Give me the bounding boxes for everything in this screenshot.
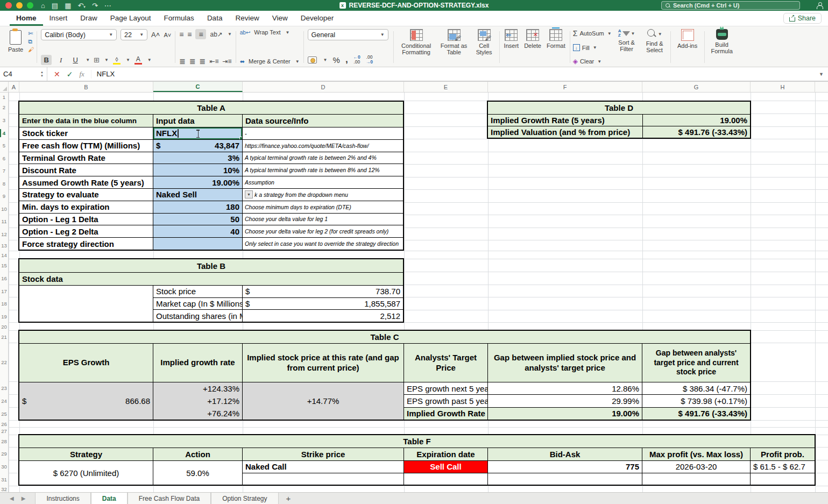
cell-C30-action[interactable]: Sell Call [404, 461, 487, 473]
font-name-select[interactable]: Calibri (Body)▼ [41, 29, 117, 40]
cell-G23-25[interactable]: +14.77% [243, 382, 404, 420]
column-header-C[interactable]: C [153, 82, 243, 92]
prev-sheet-icon[interactable]: ◀ [10, 495, 14, 501]
name-box[interactable]: C4 ▲▼ [0, 67, 47, 81]
cell-C24[interactable]: 29.99% [488, 395, 642, 407]
column-header-D[interactable]: D [243, 82, 404, 92]
cell-D12[interactable]: Choose your delta value for leg 2 (for c… [243, 225, 403, 237]
font-color-icon[interactable]: A [134, 56, 143, 65]
fill-color-icon[interactable]: ⬨ [112, 56, 121, 65]
cell-C17[interactable]: $738.70 [243, 286, 403, 297]
row-header-5[interactable]: 5 [0, 143, 8, 148]
cell-C6[interactable]: 3% [153, 152, 242, 164]
cell-D25[interactable]: $ 491.76 (-33.43%) [642, 408, 750, 420]
autosave-icon[interactable]: ▦ [65, 2, 71, 10]
home-icon[interactable]: ⌂ [41, 2, 45, 10]
ribbon-tab-insert[interactable]: Insert [43, 11, 74, 26]
font-size-select[interactable]: 22▼ [121, 29, 147, 40]
clear-button[interactable]: ◈ Clear▼ [573, 58, 612, 65]
row-header-8[interactable]: 8 [0, 181, 8, 187]
cell-B31[interactable] [243, 473, 404, 485]
add-sheet-button[interactable]: + [279, 493, 299, 504]
column-header-H[interactable]: H [751, 82, 815, 92]
cell-B5[interactable]: Free cash flow (TTM) (Millions) [19, 140, 153, 152]
align-middle-icon[interactable]: ≡ [187, 31, 192, 38]
row-header-19[interactable]: 19 [0, 314, 8, 320]
row-header-13[interactable]: 13 [0, 243, 8, 249]
window-controls[interactable] [5, 2, 33, 9]
row-header-24[interactable]: 24 [0, 398, 8, 404]
cell-D31[interactable] [488, 473, 642, 485]
cell-B19[interactable]: Outstanding shares (in Millions) [153, 310, 242, 322]
row-header-16[interactable]: 16 [0, 275, 8, 281]
cell-B9[interactable]: Strategy to evaluate [19, 189, 153, 201]
cell-C10[interactable]: 180 [153, 201, 242, 213]
cell-B11[interactable]: Option - Leg 1 Delta [19, 214, 153, 225]
ribbon-tab-home[interactable]: Home [10, 11, 43, 26]
account-icon[interactable] [816, 2, 823, 9]
sheet-tab-instructions[interactable]: Instructions [35, 493, 90, 504]
delete-cells-button[interactable]: Delete [521, 29, 544, 66]
cell-F4[interactable]: Implied Valuation (and % from price) [488, 126, 642, 138]
cell-C9[interactable]: Naked Sell [153, 189, 242, 201]
add-ins-button[interactable]: Add-ins [673, 29, 703, 66]
cell-B7[interactable]: Discount Rate [19, 164, 153, 176]
cancel-entry-icon[interactable]: ✕ [54, 70, 60, 79]
cell-C12[interactable]: 40 [153, 225, 242, 237]
cell-H30-31[interactable]: 59.0% [153, 461, 242, 485]
row-header-21[interactable]: 21 [0, 334, 8, 340]
undo-icon[interactable]: ↶▾ [77, 2, 85, 10]
row-header-14[interactable]: 14 [0, 252, 8, 258]
align-right-icon[interactable]: ≣ [200, 58, 206, 65]
column-header-G[interactable]: G [642, 82, 751, 92]
cell-D17-19[interactable] [19, 286, 153, 322]
cell-F3[interactable]: Implied Growth Rate (5 years) [488, 115, 642, 126]
row-header-7[interactable]: 7 [0, 168, 8, 174]
cell-D11[interactable]: Choose your delta value for leg 1 [243, 214, 403, 225]
italic-button[interactable]: I [55, 55, 66, 65]
find-select-button[interactable]: ▼ Find & Select [641, 29, 669, 66]
decrease-decimal-icon[interactable]: .00→0 [366, 55, 373, 65]
cell-C18[interactable]: $1,855,587 [243, 298, 403, 310]
minimize-window-button[interactable] [16, 2, 23, 9]
insert-cells-button[interactable]: Insert [501, 29, 522, 66]
cell-D9[interactable]: ▼ k a strategy from the dropdown menu [243, 189, 403, 201]
align-bottom-icon[interactable]: ≡ [195, 29, 206, 39]
format-as-table-button[interactable]: Format as Table [437, 29, 471, 66]
row-header-28[interactable]: 28 [0, 438, 8, 444]
cell-B18[interactable]: Market cap (In $ Millions) [153, 298, 242, 310]
cell-B10[interactable]: Min. days to expiration [19, 201, 153, 213]
decrease-indent-icon[interactable]: ⇤≡ [209, 58, 218, 65]
underline-button[interactable]: U [70, 55, 81, 65]
ribbon-tab-developer[interactable]: Developer [294, 11, 341, 26]
sheet-tab-data[interactable]: Data [91, 493, 128, 504]
cell-D7[interactable]: A typical terminal growth rate is betwee… [243, 164, 403, 176]
cell-F31[interactable] [751, 473, 815, 485]
cell-C4-active[interactable]: NFLX [153, 127, 242, 139]
cell-E31[interactable] [642, 473, 750, 485]
align-left-icon[interactable]: ≣ [179, 58, 186, 65]
autosum-button[interactable]: Σ AutoSum▼ [573, 29, 612, 38]
row-header-3[interactable]: 3 [0, 117, 8, 123]
cell-D10[interactable]: Choose minimum days to expiration (DTE) [243, 201, 403, 213]
wrap-text-button[interactable]: ab↩ Wrap Text▼ [240, 29, 300, 36]
name-box-stepper[interactable]: ▲▼ [40, 70, 44, 77]
cell-C31[interactable] [404, 473, 487, 485]
sheet-tab-free-cash-flow-data[interactable]: Free Cash Flow Data [128, 493, 211, 504]
cell-G4[interactable]: $ 491.76 (-33.43%) [643, 126, 750, 138]
cell-F23-25[interactable]: +124.33% +17.12% +76.24% [153, 382, 242, 420]
cell-styles-button[interactable]: Cell Styles [471, 29, 498, 66]
confirm-entry-icon[interactable]: ✓ [67, 70, 73, 79]
currency-format-icon[interactable] [308, 56, 317, 63]
row-header-23[interactable]: 23 [0, 385, 8, 391]
insert-function-icon[interactable]: fx [79, 70, 84, 79]
bold-button[interactable]: B [41, 55, 52, 65]
paste-button[interactable]: Paste [5, 30, 26, 53]
cell-D30[interactable]: 775 [488, 461, 642, 473]
dropdown-arrow-icon[interactable]: ▼ [245, 190, 253, 198]
cell-D24[interactable]: $ 739.98 (+0.17%) [642, 395, 750, 407]
row-header-6[interactable]: 6 [0, 155, 8, 161]
cell-B30[interactable]: Naked Call [243, 461, 404, 473]
row-header-31[interactable]: 31 [0, 477, 8, 482]
cell-E23-25[interactable]: $866.68 [19, 382, 153, 420]
